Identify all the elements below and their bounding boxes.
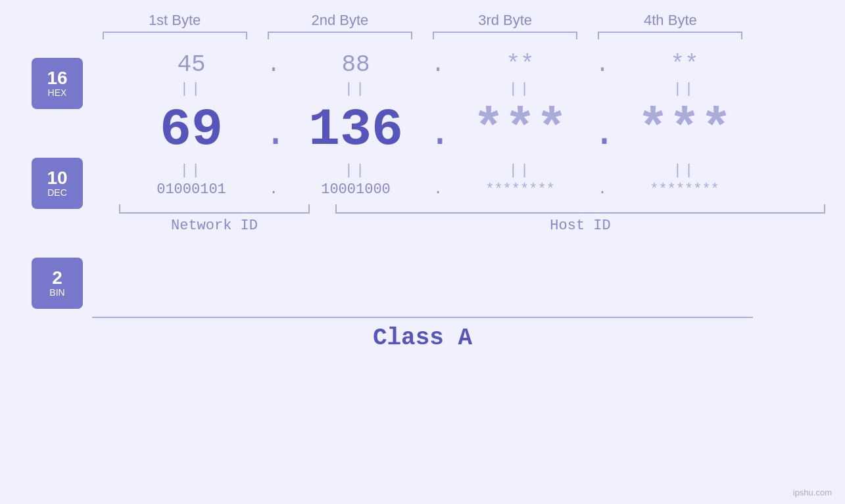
bin-name: BIN [49,287,64,298]
host-id-label: Host ID [335,218,825,234]
bottom-brackets [119,204,825,214]
main-container: 1st Byte 2nd Byte 3rd Byte 4th Byte 16 H… [0,0,845,504]
eq-1: || [119,81,264,97]
class-label: Class A [92,325,753,352]
dec-row: 69 . 136 . *** . *** [119,100,825,160]
dot-bin-3: . [592,181,612,198]
dot-bin-2: . [428,181,448,198]
host-bracket [335,204,825,214]
watermark: ipshu.com [793,488,832,497]
dec-name: DEC [47,187,67,198]
eq-5: || [119,162,264,179]
data-grid: 45 . 88 . ** . ** || || || || 69 [119,51,825,234]
base-labels: 16 HEX 10 DEC 2 BIN [32,58,83,309]
bin-byte-4: ******** [612,181,757,198]
equals-row-2: || || || || [119,162,825,179]
header-brackets [0,32,845,39]
bin-number: 2 [52,269,62,287]
network-bracket [119,204,310,214]
eq-7: || [448,162,592,179]
class-line [92,317,753,318]
bracket-4 [598,32,742,39]
bracket-3 [433,32,577,39]
eq-8: || [612,162,757,179]
dot-dec-3: . [592,111,612,156]
dec-byte-2: 136 [283,100,428,160]
bin-byte-2: 10001000 [283,181,428,198]
bottom-labels: Network ID Host ID [119,218,825,234]
dot-bin-1: . [264,181,283,198]
dec-number: 10 [47,169,67,187]
dec-byte-4: *** [612,100,757,160]
main-content: 16 HEX 10 DEC 2 BIN 45 . 88 . ** . ** [0,51,845,309]
hex-byte-4: ** [612,51,757,78]
dot-hex-1: . [264,51,283,78]
class-section: Class A [0,317,845,352]
hex-number: 16 [47,69,67,87]
dot-hex-3: . [592,51,612,78]
eq-2: || [283,81,428,97]
hex-name: HEX [48,87,67,99]
equals-row-1: || || || || [119,81,825,97]
network-id-label: Network ID [119,218,310,234]
dot-dec-2: . [428,111,448,156]
hex-byte-2: 88 [283,51,428,78]
bottom-section: Network ID Host ID [119,204,825,234]
hex-row: 45 . 88 . ** . ** [119,51,825,78]
byte-4-header: 4th Byte [598,12,742,29]
dot-dec-1: . [264,111,283,156]
byte-headers: 1st Byte 2nd Byte 3rd Byte 4th Byte [0,12,845,29]
dot-hex-2: . [428,51,448,78]
bin-byte-1: 01000101 [119,181,264,198]
byte-1-header: 1st Byte [103,12,247,29]
hex-badge: 16 HEX [32,58,83,109]
eq-3: || [448,81,592,97]
hex-byte-3: ** [448,51,592,78]
bracket-1 [103,32,247,39]
bin-badge: 2 BIN [32,258,83,309]
hex-byte-1: 45 [119,51,264,78]
dec-badge: 10 DEC [32,158,83,209]
bin-byte-3: ******** [448,181,592,198]
dec-byte-3: *** [448,100,592,160]
eq-4: || [612,81,757,97]
dec-byte-1: 69 [119,100,264,160]
byte-3-header: 3rd Byte [433,12,577,29]
bin-row: 01000101 . 10001000 . ******** . *******… [119,181,825,198]
byte-2-header: 2nd Byte [268,12,412,29]
eq-6: || [283,162,428,179]
bracket-2 [268,32,412,39]
